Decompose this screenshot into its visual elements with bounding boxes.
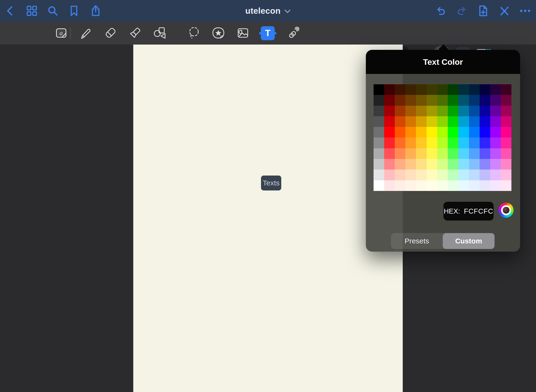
color-swatch[interactable] — [427, 159, 437, 170]
color-swatch[interactable] — [416, 170, 427, 180]
color-swatch[interactable] — [374, 127, 384, 137]
color-swatch[interactable] — [501, 148, 511, 159]
highlighter-tool[interactable] — [127, 25, 143, 41]
color-swatch[interactable] — [416, 127, 427, 137]
add-page-button[interactable] — [476, 4, 490, 18]
color-swatch[interactable] — [374, 159, 384, 170]
stickers-tool[interactable] — [210, 25, 227, 41]
color-swatch[interactable] — [374, 170, 384, 180]
color-swatch[interactable] — [437, 106, 448, 116]
text-tool[interactable]: T — [260, 25, 276, 41]
color-swatch[interactable] — [405, 116, 416, 127]
color-swatch[interactable] — [405, 148, 416, 159]
color-swatch[interactable] — [384, 106, 395, 116]
color-swatch[interactable] — [501, 84, 511, 95]
color-swatch[interactable] — [427, 95, 437, 105]
color-swatch[interactable] — [490, 106, 501, 116]
color-swatch[interactable] — [395, 95, 405, 105]
color-swatch[interactable] — [501, 170, 511, 180]
color-swatch[interactable] — [480, 106, 490, 116]
color-swatch[interactable] — [395, 148, 405, 159]
lasso-tool[interactable] — [186, 25, 202, 41]
color-swatch[interactable] — [448, 116, 458, 127]
color-swatch[interactable] — [405, 170, 416, 180]
color-swatch[interactable] — [416, 116, 427, 127]
color-swatch[interactable] — [490, 170, 501, 180]
zoom-window-tool[interactable]: a — [53, 25, 69, 41]
color-swatch[interactable] — [437, 170, 448, 180]
text-object[interactable]: Texts — [261, 176, 281, 190]
color-swatch[interactable] — [448, 106, 458, 116]
color-swatch[interactable] — [374, 84, 384, 95]
color-swatch[interactable] — [469, 106, 480, 116]
color-swatch[interactable] — [437, 180, 448, 191]
color-swatch[interactable] — [448, 137, 458, 148]
color-swatch[interactable] — [374, 148, 384, 159]
color-swatch[interactable] — [437, 84, 448, 95]
color-swatch[interactable] — [480, 170, 490, 180]
redo-button[interactable] — [455, 4, 469, 18]
color-swatch[interactable] — [374, 180, 384, 191]
color-swatch[interactable] — [384, 170, 395, 180]
color-swatch[interactable] — [374, 137, 384, 148]
color-swatch[interactable] — [374, 95, 384, 105]
tab-custom[interactable]: Custom — [443, 233, 495, 249]
color-swatch[interactable] — [416, 148, 427, 159]
color-swatch[interactable] — [469, 148, 480, 159]
color-swatch[interactable] — [395, 84, 405, 95]
color-swatch[interactable] — [501, 95, 511, 105]
color-swatch[interactable] — [395, 170, 405, 180]
color-swatch[interactable] — [480, 116, 490, 127]
color-swatch[interactable] — [480, 127, 490, 137]
search-button[interactable] — [46, 4, 60, 18]
color-swatch[interactable] — [490, 116, 501, 127]
shapes-tool[interactable] — [152, 25, 168, 41]
color-swatch[interactable] — [395, 116, 405, 127]
color-swatch[interactable] — [448, 170, 458, 180]
color-swatch[interactable] — [427, 137, 437, 148]
color-swatch[interactable] — [405, 180, 416, 191]
color-swatch[interactable] — [437, 116, 448, 127]
color-swatch[interactable] — [448, 159, 458, 170]
color-swatch[interactable] — [480, 95, 490, 105]
back-button[interactable] — [3, 4, 18, 18]
color-swatch[interactable] — [405, 159, 416, 170]
color-swatch[interactable] — [395, 106, 405, 116]
color-swatch[interactable] — [490, 137, 501, 148]
color-swatch[interactable] — [490, 159, 501, 170]
color-swatch[interactable] — [501, 159, 511, 170]
color-swatch[interactable] — [469, 137, 480, 148]
color-swatch[interactable] — [427, 116, 437, 127]
color-swatch[interactable] — [458, 116, 469, 127]
document-title-button[interactable]: utelecon — [245, 0, 291, 22]
color-swatch[interactable] — [427, 148, 437, 159]
color-swatch[interactable] — [405, 84, 416, 95]
color-swatch[interactable] — [427, 106, 437, 116]
color-swatch[interactable] — [427, 84, 437, 95]
color-swatch[interactable] — [395, 159, 405, 170]
color-swatch[interactable] — [490, 95, 501, 105]
color-swatch[interactable] — [405, 127, 416, 137]
color-swatch[interactable] — [501, 180, 511, 191]
color-swatch[interactable] — [480, 84, 490, 95]
color-swatch[interactable] — [469, 116, 480, 127]
color-swatch[interactable] — [405, 137, 416, 148]
color-swatch[interactable] — [490, 127, 501, 137]
stop-editing-button[interactable] — [497, 4, 511, 18]
color-swatch[interactable] — [469, 159, 480, 170]
color-swatch[interactable] — [384, 84, 395, 95]
color-swatch[interactable] — [448, 95, 458, 105]
color-swatch[interactable] — [480, 137, 490, 148]
color-swatch[interactable] — [458, 180, 469, 191]
color-swatch[interactable] — [458, 159, 469, 170]
color-swatch[interactable] — [480, 159, 490, 170]
color-swatch[interactable] — [395, 127, 405, 137]
color-swatch[interactable] — [480, 180, 490, 191]
color-swatch[interactable] — [384, 95, 395, 105]
color-swatch[interactable] — [458, 137, 469, 148]
color-swatch[interactable] — [416, 106, 427, 116]
color-swatch[interactable] — [416, 84, 427, 95]
color-swatch[interactable] — [501, 137, 511, 148]
bookmark-button[interactable] — [67, 4, 81, 18]
hex-input[interactable]: HEX: FCFCFC — [443, 202, 494, 221]
